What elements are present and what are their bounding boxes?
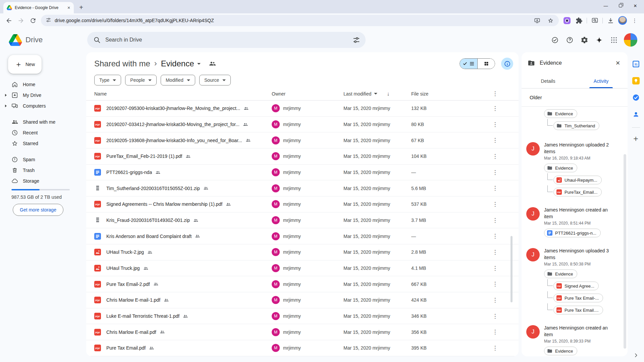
add-side-panel-app-icon[interactable]: ＋ (632, 134, 640, 142)
file-more-actions-button[interactable]: ⋮ (492, 345, 498, 352)
url-text[interactable]: drive.google.com/drive/u/0/folders/14mXf… (55, 18, 529, 23)
file-row[interactable]: UHaul Truck-2.jpg M mrjimmy Mar 15, 2020… (86, 244, 519, 260)
tab-activity[interactable]: Activity (575, 74, 628, 88)
column-header-modified[interactable]: Last modified ↓ (343, 91, 411, 97)
keep-icon[interactable] (632, 77, 640, 84)
filter-chip-modified[interactable]: Modified (161, 75, 195, 85)
search-options-icon[interactable] (350, 33, 363, 47)
drive-logo[interactable] (9, 34, 22, 46)
browser-tab[interactable]: Evidence - Google Drive ✕ (3, 2, 74, 13)
tab-search-icon[interactable] (589, 15, 601, 26)
file-more-actions-button[interactable]: ⋮ (492, 105, 498, 112)
expand-arrow-icon[interactable] (3, 105, 8, 107)
window-minimize-button[interactable]: — (598, 0, 613, 11)
file-list-scrollbar[interactable] (511, 236, 513, 302)
install-app-icon[interactable] (532, 15, 542, 25)
sidebar-item-trash[interactable]: Trash (0, 165, 86, 176)
file-more-actions-button[interactable]: ⋮ (492, 185, 498, 192)
details-info-button[interactable] (501, 58, 513, 70)
help-icon[interactable] (563, 33, 576, 47)
file-row[interactable]: PDF Luke E-mail Terroristic Threat-1.pdf… (86, 308, 519, 324)
extensions-puzzle-icon[interactable] (573, 15, 585, 26)
bookmark-star-icon[interactable] (545, 15, 555, 25)
tasks-icon[interactable] (632, 94, 640, 101)
account-avatar[interactable] (624, 33, 637, 47)
new-button[interactable]: ＋ New (8, 55, 42, 74)
google-apps-grid-icon[interactable] (607, 33, 621, 47)
activity-item-chip[interactable]: Tim_Sutherland (553, 121, 599, 130)
file-row[interactable]: Kris Anderson and Board Complaint draft … (86, 228, 519, 244)
sidebar-item-spam[interactable]: Spam (0, 154, 86, 165)
sidebar-item-storage[interactable]: Storage (0, 176, 86, 186)
get-more-storage-button[interactable]: Get more storage (13, 204, 63, 216)
offline-status-icon[interactable] (548, 33, 561, 47)
file-row[interactable]: PDF Chris Marlow E-mail.pdf M mrjimmy Ma… (86, 324, 519, 340)
close-panel-icon[interactable]: ✕ (613, 58, 623, 68)
tab-close-icon[interactable]: ✕ (66, 5, 72, 11)
file-row[interactable]: PDF 20190205-193608-jhmarlow-kriskat30-I… (86, 132, 519, 148)
file-row[interactable]: UHaul Truck.jpg M mrjimmy Mar 15, 2020 m… (86, 260, 519, 277)
browser-profile-avatar[interactable] (616, 15, 629, 26)
file-more-actions-button[interactable]: ⋮ (492, 328, 498, 336)
window-close-button[interactable]: ✕ (628, 0, 643, 11)
file-more-actions-button[interactable]: ⋮ (492, 217, 498, 224)
file-more-actions-button[interactable]: ⋮ (492, 233, 498, 240)
sidebar-item-home[interactable]: Home (0, 79, 86, 90)
new-tab-button[interactable]: + (76, 3, 86, 12)
file-more-actions-button[interactable]: ⋮ (492, 297, 498, 304)
activity-item-chip[interactable]: Evidence (544, 347, 577, 355)
sidebar-item-my-drive[interactable]: My Drive (0, 90, 86, 101)
activity-item-chip[interactable]: PDFPure Tax Email-... (553, 294, 603, 302)
calendar-icon[interactable]: 31 (632, 60, 640, 68)
activity-item-chip[interactable]: Uhaul-Repaym... (553, 176, 602, 184)
column-header-size[interactable]: File size (411, 91, 472, 97)
browser-menu-icon[interactable]: ⋮ (629, 15, 641, 26)
file-more-actions-button[interactable]: ⋮ (492, 137, 498, 144)
breadcrumb-current[interactable]: Evidence (161, 59, 201, 68)
file-row[interactable]: PDF 20190207-033412-jhmarlow-kriskat30-M… (86, 117, 519, 133)
search-input[interactable]: Search in Drive (87, 32, 366, 48)
sort-direction-icon[interactable]: ↓ (387, 91, 389, 97)
breadcrumb-parent[interactable]: Shared with me (94, 59, 150, 68)
expand-arrow-icon[interactable] (3, 94, 8, 97)
file-row[interactable]: PDF 20190207-095300-kriskat30-jhmarlow-R… (86, 101, 519, 117)
activity-item-chip[interactable]: Evidence (544, 164, 577, 172)
file-more-actions-button[interactable]: ⋮ (492, 153, 498, 160)
filter-chip-people[interactable]: People (125, 75, 157, 85)
file-more-actions-button[interactable]: ⋮ (492, 249, 498, 256)
address-bar[interactable]: drive.google.com/drive/u/0/folders/14mXf… (41, 15, 559, 26)
column-options-button[interactable]: ⋮ (492, 90, 498, 97)
sidebar-item-starred[interactable]: Starred (0, 138, 86, 149)
file-row[interactable]: PDF PureTax_Email_Feb-21-2019 (1).pdf M … (86, 148, 519, 165)
reload-button[interactable] (27, 15, 39, 26)
activity-item-chip[interactable]: PDFPureTax_Email... (553, 188, 602, 196)
activity-scrollbar[interactable] (624, 154, 626, 349)
file-row[interactable]: PTT26621-griggs-nda M mrjimmy Mar 15, 20… (86, 165, 519, 181)
file-row[interactable]: Kris_Fraud-20200316T014930Z-001.zip M mr… (86, 213, 519, 229)
filter-chip-source[interactable]: Source (199, 75, 231, 85)
file-row[interactable]: PDF Chris Marlow E-mail-1.pdf M mrjimmy … (86, 292, 519, 308)
sidebar-item-computers[interactable]: Computers (0, 101, 86, 111)
activity-item-chip[interactable]: PDFSigned Agree... (553, 282, 599, 290)
forward-button[interactable] (15, 15, 27, 26)
file-more-actions-button[interactable]: ⋮ (492, 121, 498, 128)
file-more-actions-button[interactable]: ⋮ (492, 169, 498, 176)
gemini-sparkle-icon[interactable] (592, 33, 606, 47)
tab-details[interactable]: Details (522, 74, 575, 88)
list-view-button[interactable] (460, 59, 477, 69)
grid-view-button[interactable] (477, 59, 495, 69)
sidebar-item-shared-with-me[interactable]: Shared with me (0, 117, 86, 127)
window-restore-button[interactable] (613, 0, 628, 11)
downloads-icon[interactable] (604, 15, 616, 26)
activity-item-chip[interactable]: PDFPure Tax Email.... (553, 306, 603, 314)
contacts-icon[interactable] (632, 111, 640, 118)
activity-item-chip[interactable]: Evidence (544, 269, 577, 278)
file-row[interactable]: PDF Signed Agreements -- Chris Marlow me… (86, 196, 519, 213)
file-more-actions-button[interactable]: ⋮ (492, 281, 498, 288)
screenshot-extension-icon[interactable] (561, 15, 573, 26)
file-row[interactable]: PDF Pure Tax Email.pdf M mrjimmy Mar 15,… (86, 340, 519, 356)
filter-chip-type[interactable]: Type (94, 75, 121, 85)
activity-item-chip[interactable]: PTT26621-griggs-n... (544, 229, 601, 237)
settings-gear-icon[interactable] (578, 33, 591, 47)
file-more-actions-button[interactable]: ⋮ (492, 313, 498, 320)
